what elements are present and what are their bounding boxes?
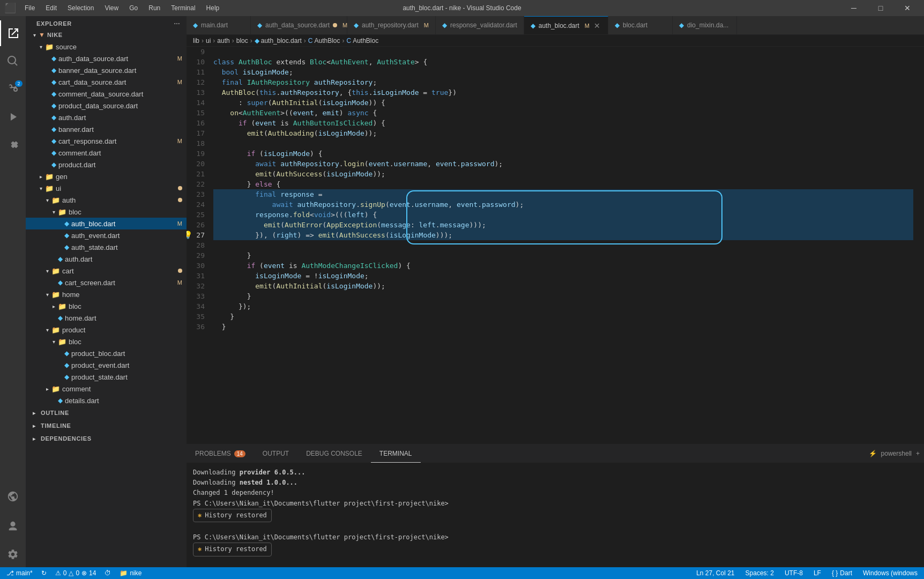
code-content[interactable]: class AuthBloc extends Bloc<AuthEvent, A… [213, 47, 924, 444]
status-encoding[interactable]: UTF-8 [783, 567, 805, 579]
tab-response-validator[interactable]: ◆ response_validator.dart [436, 16, 524, 34]
menu-terminal[interactable]: Terminal [167, 3, 199, 13]
tree-item-home-folder[interactable]: 📁 home [26, 288, 187, 300]
tab-auth-bloc[interactable]: ◆ auth_bloc.dart M ✕ [524, 16, 608, 34]
add-terminal-button[interactable]: + [916, 450, 920, 457]
tree-item-bloc-folder[interactable]: 📁 bloc [26, 206, 187, 218]
breadcrumb-lib[interactable]: lib [193, 37, 199, 44]
status-eol[interactable]: LF [811, 567, 823, 579]
tree-item-product-folder[interactable]: 📁 product [26, 324, 187, 336]
tree-item-source[interactable]: 📁 source [26, 41, 187, 53]
tree-item-auth-dart[interactable]: ◆ auth.dart [26, 112, 187, 123]
activity-accounts[interactable] [0, 514, 26, 539]
terminal-line-4: PS C:\Users\Nikan_it\Documents\flutter p… [193, 499, 918, 509]
menu-view[interactable]: View [100, 3, 123, 13]
menu-edit[interactable]: Edit [41, 3, 61, 13]
tree-item-gen[interactable]: 📁 gen [26, 170, 187, 182]
tree-item-product-dart[interactable]: ◆ product.dart [26, 159, 187, 170]
status-spaces[interactable]: Spaces: 2 [743, 567, 776, 579]
code-editor[interactable]: 9 10 11 12 13 14 15 16 17 18 19 20 21 22… [187, 47, 924, 444]
tree-item-banner-data[interactable]: ◆ banner_data_source.dart [26, 64, 187, 76]
tree-item-cart-screen[interactable]: ◆ cart_screen.dart M [26, 277, 187, 288]
tree-item-cart-data[interactable]: ◆ cart_data_source.dart M [26, 76, 187, 88]
tree-item-banner-dart[interactable]: ◆ banner.dart [26, 123, 187, 135]
activity-run[interactable] [0, 104, 26, 130]
code-line-14: : super(AuthInitial(isLoginMode)) { [213, 98, 913, 108]
cart-resp-modified: M [177, 138, 182, 144]
tree-item-auth-folder[interactable]: 📁 auth [26, 194, 187, 206]
timeline-section[interactable]: TIMELINE [26, 419, 187, 432]
outline-label: OUTLINE [41, 410, 69, 416]
tree-item-ui[interactable]: 📁 ui [26, 182, 187, 194]
activity-settings[interactable] [0, 541, 26, 567]
breadcrumb-ui[interactable]: ui [206, 37, 211, 44]
status-errors[interactable]: ⚠ 0 △ 0 ⊗ 14 [53, 567, 99, 579]
tree-item-home-bloc[interactable]: 📁 bloc [26, 300, 187, 312]
status-platform[interactable]: Windows (windows [861, 567, 920, 579]
tree-item-auth-event[interactable]: ◆ auth_event.dart [26, 229, 187, 241]
menu-run[interactable]: Run [144, 3, 165, 13]
tree-item-product-event[interactable]: ◆ product_event.dart [26, 359, 187, 371]
tree-item-home-dart[interactable]: ◆ home.dart [26, 312, 187, 324]
tab-bloc-dart[interactable]: ◆ bloc.dart [608, 16, 673, 34]
menu-help[interactable]: Help [202, 3, 224, 13]
tab-auth-data-source[interactable]: ◆ auth_data_source.dart M [251, 16, 347, 34]
tree-item-cart-response[interactable]: ◆ cart_response.dart M [26, 135, 187, 147]
tree-item-auth-main[interactable]: ◆ auth.dart [26, 253, 187, 265]
close-button[interactable]: ✕ [895, 0, 920, 16]
tree-item-product-bloc-file[interactable]: ◆ product_bloc.dart [26, 347, 187, 359]
terminal-content[interactable]: Downloading provider 6.0.5... Downloadin… [187, 463, 924, 567]
breadcrumb-authbloc-method[interactable]: CAuthBloc [347, 37, 379, 44]
menu-selection[interactable]: Selection [63, 3, 98, 13]
tab-auth-repo[interactable]: ◆ auth_repository.dart M [347, 16, 436, 34]
tree-item-auth-data-source[interactable]: ◆ auth_data_source.dart M [26, 53, 187, 64]
status-timer[interactable]: ⏱ [102, 567, 113, 579]
breadcrumb-bloc[interactable]: bloc [236, 37, 248, 44]
tree-item-nike[interactable]: ▼ NIKE [26, 29, 187, 41]
panel-tab-terminal[interactable]: TERMINAL [371, 444, 421, 463]
tree-item-auth-state[interactable]: ◆ auth_state.dart [26, 241, 187, 253]
code-line-31: isLoginMode = !isLoginMode; [213, 271, 913, 281]
activity-search[interactable] [0, 48, 26, 74]
activity-explorer[interactable] [0, 20, 26, 46]
status-branch[interactable]: ⎇ main* [4, 567, 35, 579]
explorer-more-button[interactable]: ··· [174, 20, 180, 27]
warning-count: 0 [76, 569, 79, 577]
auth-bloc-modified: M [177, 220, 182, 227]
tree-item-auth-bloc[interactable]: ◆ auth_bloc.dart M [26, 218, 187, 229]
activity-remote[interactable] [0, 484, 26, 509]
tab-dio-mixin[interactable]: ◆ dio_mixin.da... [673, 16, 737, 34]
panel-tab-debug-console[interactable]: DEBUG CONSOLE [297, 444, 371, 463]
activity-source-control[interactable]: 2 [0, 76, 26, 102]
tree-item-comment-folder[interactable]: 📁 comment [26, 383, 187, 395]
tab-auth-bloc-close[interactable]: ✕ [593, 20, 601, 31]
status-position[interactable]: Ln 27, Col 21 [694, 567, 736, 579]
breadcrumb-auth[interactable]: auth [217, 37, 229, 44]
maximize-button[interactable]: □ [868, 0, 893, 16]
tree-item-product-state[interactable]: ◆ product_state.dart [26, 371, 187, 383]
breadcrumb-authbloc-class[interactable]: CAuthBloc [308, 37, 340, 44]
activity-extensions[interactable] [0, 132, 26, 158]
chevron-home [43, 290, 51, 299]
panel-tab-output[interactable]: OUTPUT [254, 444, 297, 463]
tree-item-comment-dart[interactable]: ◆ comment.dart [26, 147, 187, 159]
tree-item-cart-folder[interactable]: 📁 cart [26, 265, 187, 277]
outline-section[interactable]: OUTLINE [26, 406, 187, 419]
tree-item-details-dart[interactable]: ◆ details.dart [26, 395, 187, 406]
status-folder[interactable]: 📁 nike [117, 567, 144, 579]
tab-main[interactable]: ◆ main.dart [187, 16, 251, 34]
minimize-button[interactable]: ─ [841, 0, 866, 16]
tree-item-comment-data[interactable]: ◆ comment_data_source.dart [26, 88, 187, 100]
tree-item-product-data[interactable]: ◆ product_data_source.dart [26, 100, 187, 112]
status-sync[interactable]: ↻ [39, 567, 49, 579]
status-language[interactable]: { } Dart [830, 567, 854, 579]
menu-file[interactable]: File [20, 3, 39, 13]
dependencies-section[interactable]: DEPENDENCIES [26, 432, 187, 445]
auth-event-label: auth_event.dart [71, 232, 187, 240]
panel-tab-problems[interactable]: PROBLEMS 14 [187, 444, 254, 463]
chevron-cart [43, 266, 51, 275]
tree-item-product-bloc-f[interactable]: 📁 bloc [26, 336, 187, 347]
menu-go[interactable]: Go [125, 3, 142, 13]
folder-icon-home-bloc: 📁 [58, 302, 66, 310]
breadcrumb-auth-bloc-file[interactable]: ◆auth_bloc.dart [255, 37, 302, 44]
